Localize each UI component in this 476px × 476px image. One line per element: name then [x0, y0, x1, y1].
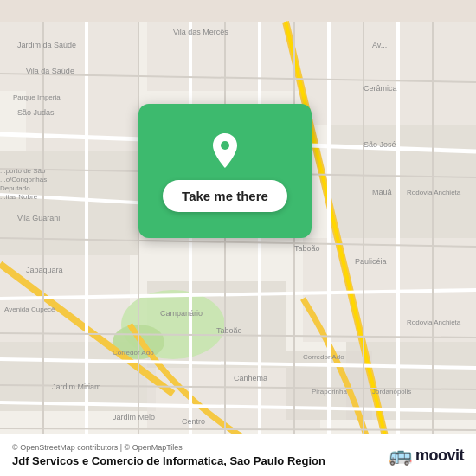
svg-text:Jabaquara: Jabaquara [26, 266, 63, 274]
svg-text:Avenida Cupecê: Avenida Cupecê [4, 306, 55, 313]
svg-text:Corredor Ado: Corredor Ado [303, 353, 344, 361]
svg-text:Cerâmica: Cerâmica [363, 84, 397, 93]
svg-text:Canhema: Canhema [234, 374, 267, 383]
location-pin-icon [204, 130, 246, 171]
svg-text:Paulicéia: Paulicéia [355, 257, 387, 266]
svg-text:Jardim Melo: Jardim Melo [113, 413, 155, 421]
map-background: Jardim da Saúde Vila das Mercês Vila da … [0, 0, 476, 476]
svg-text:Jardim Miriam: Jardim Miriam [52, 383, 101, 391]
moovit-bus-icon: 🚌 [389, 444, 412, 466]
take-me-there-button[interactable]: Take me there [163, 180, 287, 212]
svg-text:Taboão: Taboão [294, 244, 320, 253]
action-card: Take me there [138, 104, 312, 238]
svg-text:Jordanópolis: Jordanópolis [372, 388, 411, 396]
svg-text:Mauá: Mauá [372, 188, 392, 196]
map-container: Jardim da Saúde Vila das Mercês Vila da … [0, 0, 476, 476]
svg-rect-1 [0, 22, 138, 91]
svg-text:Vila da Saúde: Vila da Saúde [26, 67, 74, 75]
place-name: Jdf Servicos e Comercio de Informatica, … [12, 454, 380, 467]
svg-text:Centro: Centro [182, 417, 205, 426]
svg-text:...o/Congonhas: ...o/Congonhas [0, 176, 47, 183]
attribution-text: © OpenStreetMap contributors | © OpenMap… [12, 443, 380, 452]
svg-text:Av...: Av... [372, 41, 387, 49]
svg-text:Taboão: Taboão [216, 326, 242, 335]
svg-text:...porto de São: ...porto de São [0, 167, 46, 175]
bottom-bar: © OpenStreetMap contributors | © OpenMap… [0, 434, 476, 476]
svg-text:Campanário: Campanário [160, 309, 203, 318]
svg-text:Vila Guarani: Vila Guarani [17, 214, 60, 222]
svg-text:São José: São José [363, 140, 396, 149]
svg-text:Corredor Ado: Corredor Ado [113, 349, 154, 357]
svg-text:Deputado: Deputado [0, 184, 30, 192]
moovit-logo: 🚌 moovit [389, 444, 464, 466]
svg-point-71 [221, 141, 229, 150]
svg-text:Vila das Mercês: Vila das Mercês [173, 28, 228, 36]
svg-text:Jardim da Saúde: Jardim da Saúde [17, 41, 76, 49]
bottom-text-area: © OpenStreetMap contributors | © OpenMap… [12, 443, 380, 467]
svg-text:São Judas: São Judas [17, 108, 55, 117]
svg-text:Parque Imperial: Parque Imperial [13, 93, 62, 101]
svg-rect-7 [329, 125, 476, 238]
svg-text:Rodovia Anchieta: Rodovia Anchieta [407, 318, 461, 326]
svg-text:Piraporinha: Piraporinha [312, 388, 347, 396]
svg-text:Rodovia Anchieta: Rodovia Anchieta [407, 189, 461, 196]
moovit-brand-text: moovit [415, 447, 464, 465]
svg-text:...itas Nobre: ...itas Nobre [0, 193, 38, 201]
